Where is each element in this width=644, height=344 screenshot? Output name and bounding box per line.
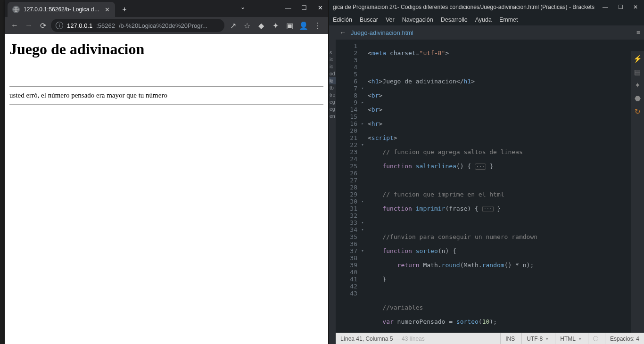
menu-ver[interactable]: Ver [386, 16, 395, 23]
editor-maximize-button[interactable]: ☐ [616, 4, 625, 10]
menu-edicion[interactable]: Edición [333, 16, 352, 23]
line-gutter: 1234567891415162021222324252627282930313… [336, 40, 359, 333]
sidebar-fragment: s ica ica odi lcu tbc tro ego ego enc [329, 25, 336, 344]
shield-icon[interactable]: ◆ [255, 19, 268, 32]
editor-window-controls: — ☐ ✕ [601, 4, 640, 10]
nav-back-button[interactable]: ← [8, 19, 21, 32]
editor-title-text: gica de Programacion 2/1- Codigos difere… [333, 4, 601, 10]
close-button[interactable]: ✕ [312, 0, 328, 15]
menu-navegacion[interactable]: Navegación [402, 16, 433, 23]
editor-close-button[interactable]: ✕ [631, 4, 640, 10]
omnibox[interactable]: i 127.0.0.1:56262/b-%20Logica%20de%20Pro… [51, 19, 224, 32]
sidepanel-icon[interactable]: ▣ [283, 19, 296, 32]
cursor-position: Línea 41, Columna 5 — 43 líneas [340, 336, 425, 342]
status-encoding[interactable]: UTF-8 [521, 333, 548, 344]
fold-column[interactable]: ▾▸▸▾▾▾▾▾ [359, 40, 366, 333]
divider [9, 86, 323, 87]
chrome-window: ⌄ — ☐ ✕ 127.0.0.1:56262/b- Logica de Pro… [5, 0, 328, 344]
new-tab-button[interactable]: + [118, 3, 131, 16]
doc-back-icon[interactable]: ← [339, 29, 346, 36]
doc-tab-bar: ← Juego-adivinacion.html ≡ [336, 25, 644, 40]
editor-minimize-button[interactable]: — [601, 4, 610, 10]
menu-bar: Edición Buscar Ver Navegación Desarrollo… [329, 14, 644, 25]
divider [9, 104, 323, 105]
page-content: Juego de adivinacion usted erró, el núme… [5, 34, 328, 344]
refresh-icon[interactable]: ↻ [632, 106, 643, 117]
url-path: /b-%20Logica%20de%20Progr... [119, 22, 207, 29]
url-host: 127.0.0.1 [67, 22, 92, 29]
menu-desarrollo[interactable]: Desarrollo [441, 16, 468, 23]
status-language[interactable]: HTML [555, 333, 581, 344]
status-bar: Línea 41, Columna 5 — 43 líneas INS UTF-… [336, 333, 644, 344]
magic-icon[interactable]: ✦ [632, 80, 643, 90]
doc-menu-icon[interactable]: ≡ [636, 29, 640, 36]
window-controls: — ☐ ✕ [280, 0, 328, 15]
right-icon-rail: ⚡ ▤ ✦ ⬣ ↻ [631, 51, 644, 333]
globe-icon [12, 6, 20, 13]
address-bar: ← → ⟳ i 127.0.0.1:56262/b-%20Logica%20de… [5, 17, 328, 34]
diamond-icon[interactable]: ⬣ [632, 93, 643, 104]
url-port: :56262 [96, 22, 115, 29]
doc-filename[interactable]: Juego-adivinacion.html [351, 29, 413, 36]
maximize-button[interactable]: ☐ [296, 0, 312, 15]
code-area[interactable]: <meta charset="utf-8"> <h1>Juego de adiv… [366, 40, 644, 333]
tabs-chevron-icon[interactable]: ⌄ [240, 4, 245, 10]
editor-pane: ← Juego-adivinacion.html ≡ 1234567891415… [336, 25, 644, 344]
tab-close-icon[interactable]: ✕ [104, 6, 110, 13]
page-heading: Juego de adivinacion [9, 41, 323, 58]
nav-reload-button[interactable]: ⟳ [37, 19, 49, 32]
tab-title: 127.0.0.1:56262/b- Logica de Pro [24, 6, 100, 13]
browser-tab[interactable]: 127.0.0.1:56262/b- Logica de Pro ✕ [8, 2, 115, 17]
minimize-button[interactable]: — [280, 0, 296, 15]
extensions-manager-icon[interactable]: ▤ [632, 67, 643, 77]
star-icon[interactable]: ☆ [240, 19, 254, 32]
editor-body: s ica ica odi lcu tbc tro ego ego enc ← … [329, 25, 644, 344]
menu-buscar[interactable]: Buscar [360, 16, 378, 23]
result-message: usted erró, el número pensado era mayor … [9, 91, 323, 99]
toolbar-right: ↗ ☆ ◆ ✦ ▣ 👤 ⋮ [226, 19, 324, 32]
nav-forward-button[interactable]: → [23, 19, 35, 32]
menu-emmet[interactable]: Emmet [499, 16, 518, 23]
status-spaces[interactable]: Espacios: 4 [605, 333, 639, 344]
extensions-icon[interactable]: ✦ [269, 19, 282, 32]
menu-icon[interactable]: ⋮ [311, 19, 324, 32]
menu-ayuda[interactable]: Ayuda [475, 16, 492, 23]
live-preview-icon[interactable]: ⚡ [632, 54, 643, 64]
code-editor[interactable]: 1234567891415162021222324252627282930313… [336, 40, 644, 333]
share-icon[interactable]: ↗ [226, 19, 239, 32]
profile-icon[interactable]: 👤 [297, 19, 310, 32]
site-info-icon[interactable]: i [56, 22, 63, 29]
status-lint-icon[interactable] [588, 333, 598, 344]
status-ins[interactable]: INS [500, 333, 515, 344]
brackets-window: gica de Programacion 2/1- Codigos difere… [329, 0, 644, 344]
editor-title-bar: gica de Programacion 2/1- Codigos difere… [329, 0, 644, 14]
